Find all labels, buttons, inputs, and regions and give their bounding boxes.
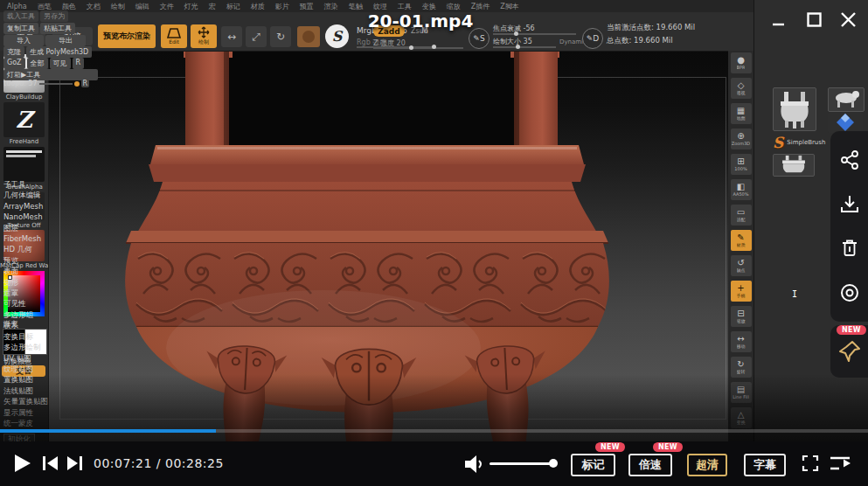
menu-item[interactable]: 画笔 [32,2,57,11]
palette-section-item[interactable]: 可见性 [3,298,112,309]
preview-boolean-button[interactable]: 预览布尔渲染 [98,24,156,48]
quality-button[interactable]: 超清 [687,454,727,476]
menu-item[interactable]: 工具 [392,2,417,11]
goz-all-button[interactable]: 全部 [27,58,48,69]
active-tool-thumbnail[interactable]: tuopu [773,87,816,131]
video-progress-bar[interactable] [0,428,868,434]
menu-item[interactable]: Z插件 [466,2,495,11]
menu-item[interactable]: 纹理 [368,2,392,11]
menu-item[interactable]: 绘制 [106,2,130,11]
goz-button[interactable]: GoZ [3,58,25,69]
speed-button[interactable]: 倍速 [628,454,672,476]
palette-section-item[interactable]: UV 贴图 [3,353,112,364]
right-shelf-button[interactable]: + 手柄 [731,281,752,302]
current-brush-tile[interactable] [297,26,320,47]
menu-item[interactable]: 渲染 [319,2,344,11]
menu-item[interactable]: 宏 [204,2,221,11]
right-shelf-button[interactable]: ▤ Line Fill [731,382,752,403]
pin-icon[interactable] [837,339,862,364]
volume-icon[interactable] [463,454,484,475]
fullscreen-button[interactable] [802,455,819,472]
palette-section-item[interactable]: 多边形绘制 [3,342,112,352]
right-shelf-button[interactable]: ▦ 地面 [731,103,752,124]
paste-tool-button[interactable]: 粘贴工具 [40,23,75,34]
menu-item[interactable]: 颜色 [57,2,81,11]
palette-section-item[interactable]: 置换贴图 [3,374,112,385]
menu-item[interactable]: 变换 [417,2,441,11]
palette-section-item[interactable]: 变换目标 [3,331,112,342]
focal-shift-slider[interactable] [493,33,576,35]
dynamic-mode-button[interactable]: ✎D [582,28,603,49]
menu-item[interactable]: 缩放 [441,2,466,11]
palette-section-item[interactable]: HD 几何 [3,244,112,254]
palette-section-item[interactable]: FiberMesh [3,233,112,244]
share-icon[interactable] [839,149,860,170]
stroke-picker[interactable]: Z [3,102,45,137]
menu-item[interactable]: 标记 [221,2,246,11]
z-intensity-knob[interactable] [409,45,413,50]
right-shelf-button[interactable]: ⊟ 缩放 [731,306,752,327]
right-shelf-button[interactable]: ● BPR [731,52,752,73]
rotate-mode-button[interactable]: ↻ [270,26,291,47]
load-tool-button[interactable]: 载入工具 [3,10,38,22]
right-shelf-button[interactable]: △ 变换 [731,407,752,428]
palette-section-item[interactable]: 统一蒙皮 [3,418,112,428]
mark-button[interactable]: 标记 [571,454,615,476]
goz-visible-button[interactable]: 可见 [50,58,71,69]
save-as-button[interactable]: 另存为 [40,10,68,22]
menu-item[interactable]: 笔触 [344,2,368,11]
palette-section-item[interactable]: 遮罩 [3,288,112,298]
menu-item[interactable]: 灯光 [179,2,204,11]
draw-size-label[interactable]: 绘制大小 35 [493,37,532,46]
delete-icon[interactable] [839,238,860,259]
copy-tool-button[interactable]: 复制工具 [3,23,38,34]
right-shelf-button[interactable]: ↔ 移动 [731,331,752,352]
export-button[interactable]: 导出 [45,35,86,46]
palette-section-item[interactable]: 预览 [3,255,112,266]
current-tool-icon[interactable]: S [325,24,349,48]
palette-section-item[interactable]: NanoMesh [3,212,112,222]
alpha-picker[interactable] [3,147,45,182]
clone-button[interactable]: 克隆 [3,46,24,58]
palette-section-item[interactable]: 多边形组 [3,309,112,320]
draw-mode-button[interactable]: 绘制 [191,24,217,48]
menu-item[interactable]: 文件 [155,2,179,11]
edit-mode-button[interactable]: Edit [161,24,187,48]
draw-size-knob[interactable] [516,45,520,49]
palette-section-item[interactable]: 几何体编辑 [3,190,112,200]
volume-slider[interactable] [490,462,554,465]
next-button[interactable] [66,455,83,471]
right-shelf-button[interactable]: ◧ AA50% [731,179,752,200]
subtool-slider-label[interactable]: tuopu. 57 [3,80,38,87]
playlist-button[interactable] [829,455,851,471]
menu-item[interactable]: 影片 [270,2,295,11]
right-shelf-button[interactable]: ✎ 材质 [731,230,752,251]
menu-item[interactable]: 编辑 [130,2,155,11]
volume-knob[interactable] [549,459,558,468]
tool-slot-3[interactable] [828,112,863,133]
palette-section-item[interactable]: 显示属性 [3,407,112,418]
palette-section-item[interactable]: 联系 [3,320,112,330]
menu-item[interactable]: 文档 [81,2,106,11]
r-button[interactable]: R [73,58,85,69]
maximize-button[interactable] [806,11,823,28]
menu-item[interactable]: 预置 [295,2,319,11]
right-shelf-button[interactable]: ⊕ Zoom3D [731,128,752,149]
download-icon[interactable] [839,194,860,215]
subtitle-button[interactable]: 字幕 [744,454,786,476]
subtool-slider-track[interactable] [39,83,73,85]
record-icon[interactable] [839,282,860,303]
menu-item[interactable]: Alpha [2,3,32,10]
rgb-intensity-knob[interactable] [432,45,436,49]
import-button[interactable]: 导入 [3,35,44,46]
z-intensity-slider[interactable] [373,47,463,49]
palette-section-item[interactable]: 变形 [3,277,112,288]
minimize-button[interactable] [771,16,786,31]
menu-item[interactable]: Z脚本 [495,2,524,11]
close-button[interactable] [839,10,858,29]
menu-item[interactable]: 材质 [246,2,270,11]
previous-button[interactable] [42,455,59,471]
right-shelf-button[interactable]: ↻ 旋转 [731,357,752,378]
make-polymesh-button[interactable]: 生成 PolyMesh3D [26,46,92,58]
subtool-slider-knob[interactable] [74,81,80,87]
